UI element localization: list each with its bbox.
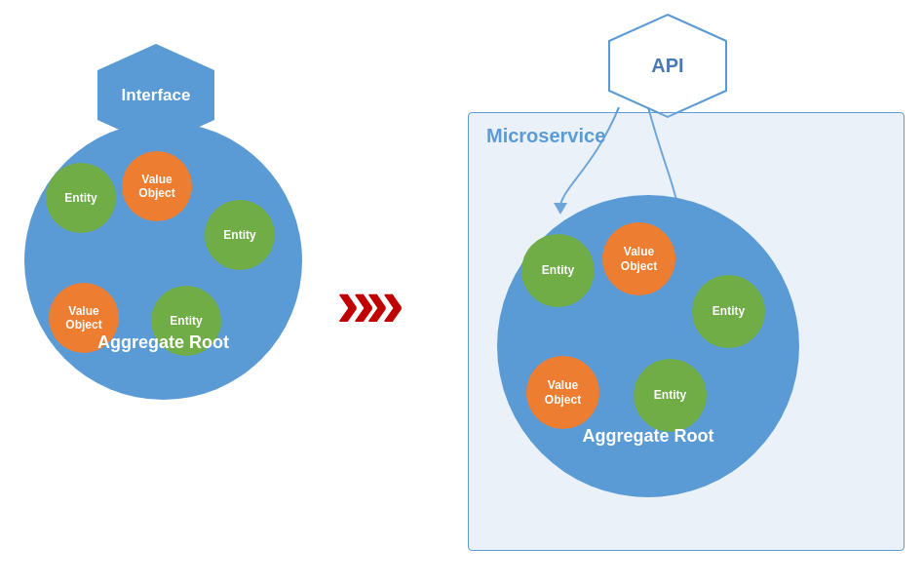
right-entity-3: Entity bbox=[634, 359, 707, 432]
right-aggregate-root-label: Aggregate Root bbox=[497, 426, 799, 447]
left-entity-2: Entity bbox=[205, 200, 275, 270]
right-aggregate-circle: Entity ValueObject Entity ValueObject En… bbox=[497, 195, 799, 497]
interface-label: Interface bbox=[122, 86, 191, 105]
main-canvas: Interface Entity ValueObject Entity Valu… bbox=[0, 0, 924, 586]
left-value-object-1: ValueObject bbox=[122, 151, 192, 221]
right-value-object-2: ValueObject bbox=[526, 356, 599, 429]
right-entity-1: Entity bbox=[521, 234, 595, 307]
left-entity-1: Entity bbox=[46, 163, 116, 233]
right-entity-2: Entity bbox=[692, 275, 765, 348]
left-aggregate-root-label: Aggregate Root bbox=[24, 332, 302, 353]
left-aggregate-circle: Entity ValueObject Entity ValueObject En… bbox=[24, 122, 302, 400]
transition-arrow: »» bbox=[322, 263, 409, 341]
left-section: Interface Entity ValueObject Entity Valu… bbox=[10, 29, 322, 556]
api-hexagon: API bbox=[604, 10, 731, 122]
double-arrow-icon: »» bbox=[336, 267, 395, 337]
microservice-label: Microservice bbox=[486, 125, 605, 147]
right-value-object-1: ValueObject bbox=[602, 222, 675, 295]
api-label: API bbox=[651, 55, 683, 77]
